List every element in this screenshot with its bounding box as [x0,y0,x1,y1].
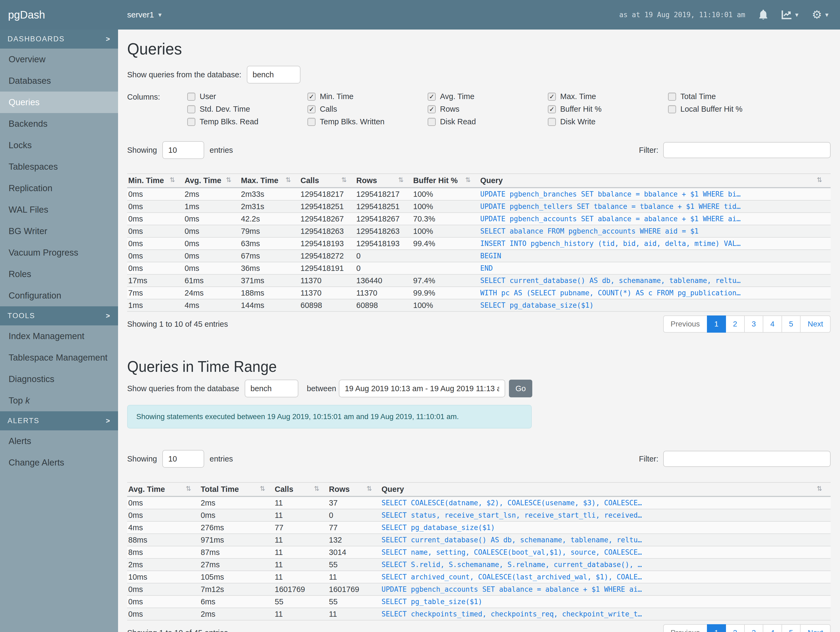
column-header[interactable]: Query ⇅ [381,483,831,496]
column-checkbox[interactable]: ✓Buffer Hit % [548,105,668,114]
sidebar-item[interactable]: Alerts [0,430,118,452]
column-checkbox[interactable]: Total Time [668,92,788,101]
pagination-page[interactable]: 5 [782,624,801,632]
column-header[interactable]: Buffer Hit % ⇅ [412,174,479,188]
pagination-page[interactable]: 1 [707,315,726,333]
sidebar-item[interactable]: Replication [0,177,118,199]
sidebar-item[interactable]: Vacuum Progress [0,242,118,263]
column-header[interactable]: Calls ⇅ [274,483,328,496]
column-checkbox[interactable]: Std. Dev. Time [187,105,308,114]
sidebar-item[interactable]: Tablespace Management [0,347,118,368]
cell-total-time: 971ms [200,534,274,546]
column-header[interactable]: Query ⇅ [479,174,831,188]
sidebar-item[interactable]: Configuration [0,285,118,306]
pagination-page[interactable]: 3 [744,315,764,333]
column-header[interactable]: Min. Time ⇅ [127,174,183,188]
go-button[interactable]: Go [509,380,532,398]
column-header[interactable]: Calls ⇅ [299,174,355,188]
server-selector[interactable]: server1 ▼ [127,10,161,19]
sidebar-item[interactable]: Roles [0,263,118,285]
query-link[interactable]: SELECT current_database() AS db, scheman… [479,274,831,287]
pagination-previous[interactable]: Previous [663,315,707,333]
column-header[interactable]: Rows ⇅ [355,174,412,188]
sidebar-section-dashboards[interactable]: DASHBOARDS > [0,30,118,49]
column-header[interactable]: Max. Time ⇅ [240,174,299,188]
column-checkbox[interactable]: Disk Read [428,117,548,126]
column-header[interactable]: Avg. Time ⇅ [127,483,200,496]
column-checkbox[interactable]: ✓Rows [428,105,548,114]
query-link[interactable]: SELECT pg_database_size($1) [381,521,831,534]
cell-buffer-hit: 100% [412,200,479,213]
sidebar-item[interactable]: Diagnostics [0,368,118,390]
column-checkbox[interactable]: Temp Blks. Read [187,117,308,126]
query-link[interactable]: UPDATE pgbench_tellers SET tbalance = tb… [479,200,831,213]
time-range-input[interactable] [339,380,505,398]
pagination-page[interactable]: 3 [744,624,764,632]
filter-input[interactable] [663,142,831,158]
query-link[interactable]: SELECT archived_count, COALESCE(last_arc… [381,571,831,583]
query-link[interactable]: WITH pc AS (SELECT pubname, COUNT(*) AS … [479,287,831,299]
time-range-controls: Show queries from the database between G… [127,380,831,398]
column-checkbox[interactable]: ✓Avg. Time [428,92,548,101]
sidebar-item[interactable]: Index Management [0,325,118,347]
query-link[interactable]: SELECT name, setting, COALESCE(boot_val,… [381,546,831,558]
filter-input[interactable] [663,451,831,467]
column-header[interactable]: Avg. Time ⇅ [183,174,240,188]
query-link[interactable]: SELECT status, receive_start_lsn, receiv… [381,509,831,521]
query-link[interactable]: UPDATE pgbench_branches SET bbalance = b… [479,188,831,200]
sidebar-section-alerts[interactable]: ALERTS > [0,411,118,430]
pagination-page[interactable]: 4 [763,315,782,333]
checkbox-icon: ✓ [308,105,316,113]
query-link[interactable]: SELECT pg_database_size($1) [479,299,831,311]
column-checkbox[interactable]: ✓Max. Time [548,92,668,101]
query-link[interactable]: UPDATE pgbench_accounts SET abalance = a… [381,583,831,596]
sidebar-item[interactable]: Databases [0,70,118,92]
database-input[interactable] [247,66,300,84]
sidebar-item[interactable]: Backends [0,113,118,135]
column-checkbox[interactable]: ✓Min. Time [308,92,428,101]
column-checkbox[interactable]: Local Buffer Hit % [668,105,788,114]
query-link[interactable]: BEGIN [479,250,831,262]
sidebar-item[interactable]: Change Alerts [0,452,118,473]
query-link[interactable]: SELECT abalance FROM pgbench_accounts WH… [479,225,831,238]
entries-count-input[interactable] [162,450,204,468]
pagination-page[interactable]: 2 [725,624,745,632]
column-checkbox[interactable]: Temp Blks. Written [308,117,428,126]
pagination-previous[interactable]: Previous [663,624,707,632]
cell-max-time: 2m31s [240,200,299,213]
query-link[interactable]: SELECT S.relid, S.schemaname, S.relname,… [381,558,831,571]
charts-menu-button[interactable]: ▼ [781,10,798,20]
column-header[interactable]: Total Time ⇅ [200,483,274,496]
column-header[interactable]: Rows ⇅ [328,483,381,496]
settings-menu-button[interactable]: ⚙ ▼ [812,9,829,21]
column-checkbox[interactable]: User [187,92,308,101]
table-row: 17ms 61ms 371ms 11370 136440 97.4% SELEC… [127,274,831,287]
pagination-next[interactable]: Next [800,315,831,333]
query-link[interactable]: SELECT checkpoints_timed, checkpoints_re… [381,608,831,620]
query-link[interactable]: SELECT current_database() AS db, scheman… [381,534,831,546]
query-link[interactable]: UPDATE pgbench_accounts SET abalance = a… [479,213,831,225]
notifications-button[interactable] [759,10,768,20]
sidebar-item[interactable]: Top k [0,390,118,411]
sidebar-item[interactable]: Locks [0,135,118,156]
pagination-page[interactable]: 1 [707,624,726,632]
sidebar-item[interactable]: Tablespaces [0,156,118,177]
query-link[interactable]: SELECT pg_table_size($1) [381,596,831,608]
pagination-page[interactable]: 5 [782,315,801,333]
pagination-page[interactable]: 2 [725,315,745,333]
sidebar-item[interactable]: WAL Files [0,199,118,220]
sidebar-item[interactable]: Overview [0,49,118,70]
pagination-next[interactable]: Next [800,624,831,632]
sidebar-item[interactable]: BG Writer [0,220,118,242]
query-link[interactable]: SELECT COALESCE(datname, $2), COALESCE(u… [381,496,831,509]
query-link[interactable]: END [479,262,831,274]
sidebar-section-tools[interactable]: TOOLS > [0,306,118,325]
database-input[interactable] [245,380,298,398]
column-checkbox[interactable]: Disk Write [548,117,668,126]
pagination-page[interactable]: 4 [763,624,782,632]
topbar-actions: as at 19 Aug 2019, 11:10:01 am ▼ ⚙ ▼ [619,9,840,21]
sidebar-item[interactable]: Queries [0,92,118,113]
query-link[interactable]: INSERT INTO pgbench_history (tid, bid, a… [479,238,831,250]
entries-count-input[interactable] [162,141,204,159]
column-checkbox[interactable]: ✓Calls [308,105,428,114]
